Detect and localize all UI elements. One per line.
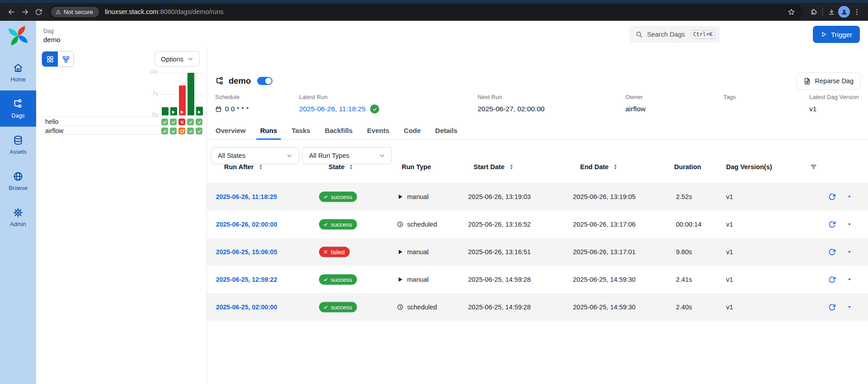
- reparse-dag-button[interactable]: Reparse Dag: [796, 72, 861, 90]
- grid-view-button[interactable]: [42, 52, 58, 66]
- dag-meta-latest-dag-version: Latest Dag Versionv1: [809, 94, 859, 114]
- check-icon: [163, 129, 167, 133]
- extensions-icon[interactable]: [807, 5, 821, 19]
- clear-run-icon[interactable]: [828, 220, 836, 228]
- not-secure-badge[interactable]: ⚠ Not secure: [51, 7, 99, 17]
- sidebar-item-assets[interactable]: Assets: [0, 127, 36, 163]
- run-duration-bar[interactable]: [188, 73, 194, 115]
- state-label: success: [331, 303, 352, 310]
- clear-run-icon[interactable]: [828, 248, 836, 256]
- run-after-link[interactable]: 2025-06-25, 12:59:22: [216, 276, 277, 283]
- browser-menu-kebab-icon[interactable]: [850, 5, 863, 19]
- page-topbar: Dag demo Search Dags Ctrl+K Trigger: [36, 21, 868, 48]
- run-duration-bar[interactable]: [162, 107, 169, 115]
- check-icon: [171, 120, 176, 124]
- run-type-label: scheduled: [407, 303, 437, 311]
- task-instance-cell-success[interactable]: [161, 119, 168, 125]
- table-row: 2025-06-25, 15:06:05failedmanual2025-06-…: [207, 238, 868, 265]
- task-instance-cell-success[interactable]: [196, 119, 202, 125]
- filter-icon[interactable]: [810, 163, 817, 171]
- sidebar-item-dags[interactable]: Dags: [0, 90, 36, 127]
- check-icon: [171, 129, 176, 133]
- sort-icon[interactable]: [258, 164, 264, 170]
- row-menu-caret-icon[interactable]: [847, 277, 852, 282]
- task-instance-cell-success[interactable]: [187, 128, 194, 134]
- tab-backfills[interactable]: Backfills: [325, 127, 353, 139]
- row-menu-caret-icon[interactable]: [847, 222, 852, 227]
- downloads-icon[interactable]: [825, 5, 838, 19]
- address-bar[interactable]: ⚠ Not secure linuxser.stack.com:8080/dag…: [49, 5, 803, 19]
- duration-cell: 2.41s: [676, 276, 692, 283]
- toggle-knob: [265, 78, 272, 84]
- options-label: Options: [161, 56, 183, 63]
- tab-runs[interactable]: Runs: [260, 127, 277, 139]
- row-menu-caret-icon[interactable]: [847, 249, 852, 255]
- graph-view-button[interactable]: [58, 52, 74, 66]
- state-cell: success: [319, 274, 357, 284]
- sort-icon[interactable]: [348, 164, 354, 170]
- meta-value: 0 0 * * *: [215, 104, 249, 114]
- meta-value-text: 0 0 * * *: [225, 105, 249, 113]
- state-label: success: [331, 276, 352, 283]
- task-instance-cell-success[interactable]: [161, 128, 168, 134]
- check-icon: [323, 194, 328, 199]
- meta-value: v1: [809, 104, 859, 114]
- bookmark-star-icon[interactable]: [784, 5, 798, 19]
- clear-run-icon[interactable]: [828, 275, 836, 283]
- run-duration-bar[interactable]: [179, 85, 186, 115]
- run-after-link[interactable]: 2025-06-25, 15:06:05: [216, 248, 277, 256]
- check-icon: [188, 120, 193, 124]
- task-instance-cell-success[interactable]: [170, 119, 177, 125]
- tab-events[interactable]: Events: [367, 127, 389, 139]
- tab-tasks[interactable]: Tasks: [291, 127, 310, 139]
- task-instance-cell-success[interactable]: [170, 128, 177, 134]
- clear-run-icon[interactable]: [828, 193, 836, 200]
- state-label: success: [331, 221, 352, 228]
- task-instance-cell-retry[interactable]: [178, 128, 185, 134]
- sort-icon[interactable]: [508, 164, 515, 170]
- refresh-icon: [180, 129, 184, 133]
- sidebar-item-home[interactable]: Home: [0, 54, 36, 90]
- chevron-down-icon: [379, 153, 385, 159]
- task-instance-cell-success[interactable]: [196, 128, 202, 134]
- task-instance-cell-failed[interactable]: [178, 119, 185, 125]
- column-header-label: Run Type: [402, 163, 431, 171]
- dag-enabled-toggle[interactable]: [257, 77, 272, 85]
- dag-tabs: OverviewRunsTasksBackfillsEventsCodeDeta…: [207, 127, 868, 140]
- sidebar-item-admin[interactable]: Admin: [0, 199, 36, 235]
- run-after-link[interactable]: 2025-06-26, 11:18:25: [216, 193, 277, 200]
- run-type-filter-value: All Run Types: [309, 152, 349, 159]
- dag-meta-tags: Tags: [723, 94, 736, 114]
- meta-label: Next Run: [478, 94, 544, 100]
- browser-reload-icon[interactable]: [32, 5, 45, 19]
- sidebar-item-label: Home: [10, 76, 25, 83]
- meta-value[interactable]: 2025-06-26, 11:18:25: [299, 104, 379, 114]
- row-menu-caret-icon[interactable]: [847, 304, 852, 310]
- x-icon: [180, 120, 184, 124]
- dag-version-cell: v1: [726, 193, 733, 200]
- tab-overview[interactable]: Overview: [216, 127, 246, 139]
- meta-value-text: 2025-06-27, 02:00:00: [478, 105, 544, 113]
- check-icon: [372, 107, 377, 112]
- task-instance-cell-success[interactable]: [187, 119, 194, 125]
- tab-code[interactable]: Code: [404, 127, 421, 139]
- dag-title-row: demo: [215, 76, 272, 86]
- clear-run-icon[interactable]: [828, 303, 836, 311]
- search-dags-input[interactable]: Search Dags Ctrl+K: [629, 26, 720, 43]
- run-duration-bar[interactable]: [196, 107, 203, 115]
- tab-details[interactable]: Details: [435, 127, 457, 139]
- row-menu-caret-icon[interactable]: [847, 194, 852, 199]
- dag-grid-panel: Options 14s7s0s helloairflow: [36, 48, 206, 384]
- profile-avatar[interactable]: [838, 6, 850, 18]
- sidebar-item-browse[interactable]: Browse: [0, 163, 36, 199]
- trigger-dag-button[interactable]: Trigger: [813, 26, 860, 43]
- run-after-link[interactable]: 2025-06-26, 02:00:00: [216, 221, 277, 228]
- run-after-link[interactable]: 2025-06-25, 02:00:00: [216, 303, 277, 311]
- play-icon: [397, 193, 404, 200]
- meta-label: Schedule: [215, 94, 249, 100]
- browser-back-icon[interactable]: [5, 5, 18, 19]
- run-duration-bar[interactable]: [170, 107, 177, 115]
- browser-forward-icon[interactable]: [18, 5, 32, 19]
- options-dropdown[interactable]: Options: [155, 51, 200, 67]
- sort-icon[interactable]: [612, 164, 619, 170]
